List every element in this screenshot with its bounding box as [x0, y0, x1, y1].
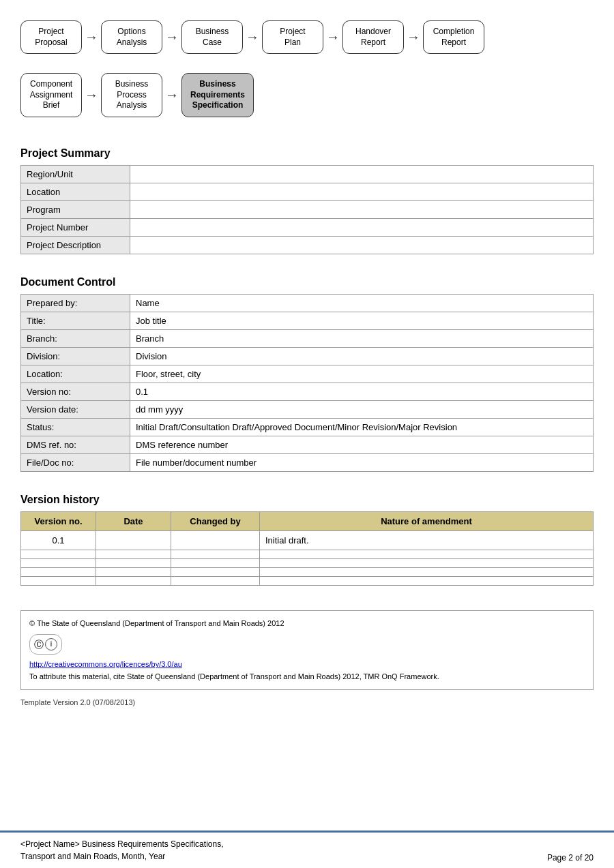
ps-label-3: Project Number	[21, 218, 130, 236]
document-control-row: Version date:dd mm yyyy	[21, 400, 594, 418]
vh-version-0: 0.1	[21, 530, 96, 550]
vh-changed-3	[171, 567, 260, 576]
document-control-row: Division:Division	[21, 347, 594, 365]
flow-node-business-req: BusinessRequirementsSpecification	[181, 73, 254, 117]
flow-node-business-process: BusinessProcessAnalysis	[101, 73, 162, 117]
arrow-6	[85, 87, 98, 103]
vh-nature-4	[260, 576, 594, 585]
vh-nature-2	[260, 558, 594, 567]
dc-label-1: Title:	[21, 312, 130, 329]
document-control-row: Branch:Branch	[21, 329, 594, 347]
copyright-text: © The State of Queensland (Department of…	[29, 618, 585, 630]
ps-label-2: Program	[21, 200, 130, 218]
ps-value-4	[130, 236, 594, 254]
doc-title-line2: Transport and Main Roads, Month, Year	[20, 850, 223, 863]
project-summary-row: Region/Unit	[21, 165, 594, 183]
document-control-row: Location:Floor, street, city	[21, 365, 594, 383]
version-history-row	[21, 567, 594, 576]
flow-node-options-analysis: OptionsAnalysis	[101, 20, 162, 54]
cc-link[interactable]: http://creativecommons.org/licences/by/3…	[29, 659, 585, 671]
arrow-1	[85, 29, 98, 45]
arrow-2	[165, 29, 179, 45]
vh-date-3	[96, 567, 171, 576]
ps-value-2	[130, 200, 594, 218]
flow-node-project-plan: ProjectPlan	[262, 20, 323, 54]
dc-value-4: Floor, street, city	[130, 365, 594, 383]
vh-date-0	[96, 530, 171, 550]
version-history-row: 0.1Initial draft.	[21, 530, 594, 550]
document-control-row: Prepared by:Name	[21, 294, 594, 312]
th-nature: Nature of amendment	[260, 511, 594, 530]
th-date: Date	[96, 511, 171, 530]
dc-value-5: 0.1	[130, 383, 594, 400]
version-history-row	[21, 550, 594, 558]
dc-label-2: Branch:	[21, 329, 130, 347]
ps-value-1	[130, 183, 594, 200]
vh-version-1	[21, 550, 96, 558]
vh-changed-4	[171, 576, 260, 585]
flow-row-2: ComponentAssignmentBrief BusinessProcess…	[20, 73, 594, 117]
document-control-row: Status:Initial Draft/Consultation Draft/…	[21, 418, 594, 436]
flow-node-component-assignment: ComponentAssignmentBrief	[20, 73, 82, 117]
vh-nature-0: Initial draft.	[260, 530, 594, 550]
page: ProjectProposal OptionsAnalysis Business…	[0, 0, 614, 868]
th-version: Version no.	[21, 511, 96, 530]
project-summary-row: Project Description	[21, 236, 594, 254]
template-version: Template Version 2.0 (07/08/2013)	[0, 695, 614, 709]
vh-version-3	[21, 567, 96, 576]
dc-label-8: DMS ref. no:	[21, 436, 130, 453]
dc-label-9: File/Doc no:	[21, 453, 130, 471]
footer-box: © The State of Queensland (Department of…	[20, 610, 594, 690]
document-control-header: Document Control	[0, 265, 614, 294]
ps-value-0	[130, 165, 594, 183]
document-control-table: Prepared by:NameTitle:Job titleBranch:Br…	[20, 294, 594, 472]
vh-date-2	[96, 558, 171, 567]
dc-value-2: Branch	[130, 329, 594, 347]
vh-date-4	[96, 576, 171, 585]
vh-nature-3	[260, 567, 594, 576]
version-history-row	[21, 576, 594, 585]
vh-changed-0	[171, 530, 260, 550]
project-summary-row: Program	[21, 200, 594, 218]
vh-date-1	[96, 550, 171, 558]
flow-node-business-case: BusinessCase	[181, 20, 243, 54]
th-changed: Changed by	[171, 511, 260, 530]
dc-value-7: Initial Draft/Consultation Draft/Approve…	[130, 418, 594, 436]
version-history-table: Version no. Date Changed by Nature of am…	[20, 511, 594, 586]
document-control-row: DMS ref. no:DMS reference number	[21, 436, 594, 453]
ps-label-4: Project Description	[21, 236, 130, 254]
doc-title-line1: <Project Name> Business Requirements Spe…	[20, 838, 223, 850]
flow-row-1: ProjectProposal OptionsAnalysis Business…	[20, 20, 594, 54]
flow-node-completion-report: CompletionReport	[423, 20, 484, 54]
document-control-row: Title:Job title	[21, 312, 594, 329]
vh-version-4	[21, 576, 96, 585]
vh-nature-1	[260, 550, 594, 558]
flow-node-project-proposal: ProjectProposal	[20, 20, 82, 54]
dc-value-6: dd mm yyyy	[130, 400, 594, 418]
vh-changed-2	[171, 558, 260, 567]
project-summary-table: Region/UnitLocationProgramProject Number…	[20, 165, 594, 254]
document-control-row: File/Doc no:File number/document number	[21, 453, 594, 471]
document-control-row: Version no:0.1	[21, 383, 594, 400]
dc-label-7: Status:	[21, 418, 130, 436]
version-history-row	[21, 558, 594, 567]
ps-label-0: Region/Unit	[21, 165, 130, 183]
ps-value-3	[130, 218, 594, 236]
cc-icon: Ⓒ i	[29, 634, 62, 655]
dc-value-8: DMS reference number	[130, 436, 594, 453]
project-summary-header: Project Summary	[0, 136, 614, 165]
dc-value-3: Division	[130, 347, 594, 365]
arrow-5	[407, 29, 420, 45]
dc-value-9: File number/document number	[130, 453, 594, 471]
arrow-7	[165, 87, 179, 103]
page-bottom: <Project Name> Business Requirements Spe…	[0, 830, 614, 868]
attribution-text: To attribute this material, cite State o…	[29, 671, 585, 683]
vh-version-2	[21, 558, 96, 567]
dc-label-5: Version no:	[21, 383, 130, 400]
flow-row-2-section: ComponentAssignmentBrief BusinessProcess…	[0, 66, 614, 136]
dc-label-6: Version date:	[21, 400, 130, 418]
dc-value-0: Name	[130, 294, 594, 312]
arrow-4	[326, 29, 340, 45]
vh-changed-1	[171, 550, 260, 558]
page-number: Page 2 of 20	[547, 853, 594, 863]
